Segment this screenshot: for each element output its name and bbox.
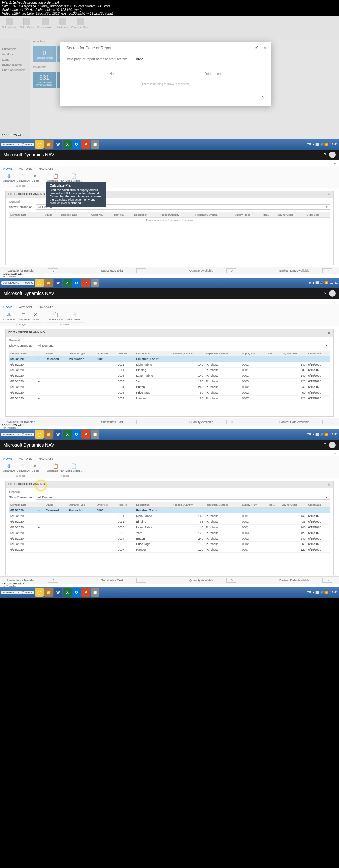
explorer-icon[interactable]: 📁: [45, 140, 53, 149]
col-header[interactable]: Supply From: [241, 351, 266, 356]
col-header[interactable]: Order Date: [305, 212, 330, 218]
close-icon[interactable]: ✕: [328, 192, 331, 197]
tray-icons[interactable]: TR ▲ ⬜ 🔊 📶: [307, 433, 329, 436]
col-header[interactable]: Res...: [266, 502, 280, 508]
demand-select[interactable]: All Demand▾: [36, 495, 330, 500]
col-header[interactable]: [39, 212, 44, 218]
make-orders-button[interactable]: 📄Make Orders..: [65, 173, 82, 182]
tray-icons[interactable]: TR ▲ ⬜ 🔊 📶: [307, 591, 329, 594]
col-header[interactable]: Replenish. System: [204, 351, 241, 356]
collapse-all-button[interactable]: ⇈Collapse All: [17, 173, 30, 182]
table-row[interactable]: 6/15/2020···0011Binding35Purchase0001356…: [9, 519, 330, 525]
powerpoint-icon[interactable]: P: [81, 279, 90, 287]
calculate-plan-button[interactable]: 📋Calculate Plan: [47, 463, 64, 472]
col-header[interactable]: Item No.: [116, 351, 135, 356]
col-header[interactable]: Demand Type: [60, 212, 90, 218]
calculate-plan-button[interactable]: 📋Calculate Plan: [47, 312, 64, 321]
ribbon-btn[interactable]: Sales Quote: [2, 18, 17, 37]
table-row[interactable]: 6/15/2020···0004Button240Purchase0002240…: [9, 536, 330, 541]
planning-grid[interactable]: Demand DateStatusDemand TypeOrder No.Ite…: [9, 351, 330, 401]
make-orders-button[interactable]: 📄Make Orders..: [65, 312, 82, 321]
col-header[interactable]: Description: [135, 351, 171, 356]
tab-home[interactable]: HOME: [0, 166, 16, 172]
col-header[interactable]: Replenish. System: [194, 212, 233, 218]
col-header[interactable]: Qty. to Order: [277, 212, 305, 218]
planning-grid[interactable]: Demand DateStatusDemand TypeOrder No.Ite…: [9, 502, 330, 553]
user-avatar[interactable]: [329, 290, 336, 297]
table-row[interactable]: 6/15/2020···0007Hanger120Purchase0007120…: [9, 396, 330, 401]
nav-icon[interactable]: ▦: [91, 140, 99, 149]
explorer-icon[interactable]: 📁: [45, 430, 53, 439]
col-header[interactable]: Demand Type: [67, 502, 96, 508]
col-header[interactable]: Qty. to Order: [281, 502, 307, 508]
excel-icon[interactable]: X: [63, 588, 72, 597]
table-row[interactable]: 6/15/2020···0003Yarn120Purchase00031206/…: [9, 530, 330, 536]
demand-select[interactable]: All Demand▾: [36, 343, 330, 348]
col-header[interactable]: Demand Type: [67, 351, 96, 356]
col-header[interactable]: Replenish. System: [204, 502, 241, 508]
tab-navigate[interactable]: NAVIGATE: [35, 304, 57, 310]
table-row[interactable]: 6/15/2020···0007Hanger120Purchase0007120…: [9, 547, 330, 553]
table-row[interactable]: 6/15/2020···0005Layer Fabric140Purchase0…: [9, 525, 330, 530]
kpi-tile[interactable]: 831Overdue Sales Invoice Amount: [33, 72, 56, 88]
close-icon[interactable]: ✕: [263, 45, 267, 50]
col-header[interactable]: Qty. to Order: [281, 351, 307, 356]
col-header[interactable]: Supply From: [233, 212, 261, 218]
powerpoint-icon[interactable]: P: [81, 140, 90, 149]
user-avatar[interactable]: [329, 152, 336, 158]
delete-button[interactable]: ✕Delete: [32, 312, 39, 321]
maximize-icon[interactable]: ⤢: [255, 45, 258, 50]
excel-icon[interactable]: X: [63, 430, 72, 439]
powerpoint-icon[interactable]: P: [81, 588, 90, 597]
user-avatar[interactable]: [329, 442, 336, 448]
table-row[interactable]: 6/15/2020···ReleasedProduction0006Finish…: [9, 356, 330, 362]
tab-actions[interactable]: ACTIONS: [16, 166, 35, 172]
planning-grid[interactable]: Demand DateStatusDemand TypeOrder No.Ite…: [9, 212, 330, 223]
minimize-ribbon-icon[interactable]: ⌄: [333, 451, 336, 455]
col-header[interactable]: Order Date: [307, 351, 330, 356]
outlook-icon[interactable]: O: [72, 430, 81, 439]
tray-icons[interactable]: TR ▲ ⬜ 🔊 📶: [307, 281, 329, 284]
col-header[interactable]: Status: [44, 212, 60, 218]
col-header[interactable]: Needed Quantity: [171, 502, 205, 508]
nav-icon[interactable]: ▦: [91, 430, 99, 439]
delete-button[interactable]: ✕Delete: [32, 173, 39, 182]
outlook-icon[interactable]: O: [72, 279, 81, 287]
table-row[interactable]: 6/15/2020···0006Price Tags60Purchase0002…: [9, 390, 330, 396]
chrome-icon[interactable]: ◯: [35, 588, 44, 597]
help-icon[interactable]: ?: [324, 152, 327, 157]
expand-all-button[interactable]: ⇊Expand All: [3, 312, 15, 321]
table-row[interactable]: 6/15/2020···0003Yarn120Purchase00031206/…: [9, 379, 330, 384]
tray-icons[interactable]: TR ▲ ⬜ 🔊 📶: [307, 143, 329, 146]
col-header[interactable]: Demand Date: [9, 212, 39, 218]
table-row[interactable]: 6/15/2020···0001Main Fabric140Purchase00…: [9, 514, 330, 519]
table-row[interactable]: 6/15/2020···0006Price Tags60Purchase0002…: [9, 541, 330, 547]
table-row[interactable]: 6/15/2020···0001Main Fabric140Purchase00…: [9, 362, 330, 368]
powerpoint-icon[interactable]: P: [81, 430, 90, 439]
word-icon[interactable]: W: [54, 140, 62, 149]
make-orders-button[interactable]: 📄Make Orders..: [65, 463, 82, 472]
table-row[interactable]: 6/15/2020···ReleasedProduction0006Finish…: [9, 508, 330, 514]
col-header[interactable]: Order No.: [95, 351, 116, 356]
table-row[interactable]: 6/15/2020···0005Layer Fabric140Purchase0…: [9, 373, 330, 379]
col-header[interactable]: Order No.: [95, 502, 116, 508]
explorer-icon[interactable]: 📁: [45, 279, 53, 287]
col-header[interactable]: [37, 351, 45, 356]
col-header[interactable]: Status: [45, 502, 67, 508]
col-header[interactable]: Description: [135, 502, 171, 508]
chrome-icon[interactable]: ◯: [35, 430, 44, 439]
excel-icon[interactable]: X: [63, 279, 72, 287]
sidebar-item[interactable]: Back Accounts: [2, 62, 28, 67]
nav-icon[interactable]: ▦: [91, 279, 99, 287]
sidebar-item[interactable]: Items: [2, 57, 28, 62]
col-header[interactable]: [37, 502, 45, 508]
col-header[interactable]: Item No.: [116, 502, 135, 508]
tab-home[interactable]: HOME: [0, 456, 16, 462]
col-header[interactable]: Item No.: [113, 212, 133, 218]
tab-actions[interactable]: ACTIONS: [16, 304, 35, 310]
close-icon[interactable]: ✕: [328, 331, 331, 335]
minimize-ribbon-icon[interactable]: ⌄: [333, 299, 336, 303]
word-icon[interactable]: W: [54, 279, 62, 287]
calculate-plan-button[interactable]: 📋Calculate Plan: [47, 173, 64, 182]
collapse-all-button[interactable]: ⇈Collapse All: [17, 463, 30, 472]
